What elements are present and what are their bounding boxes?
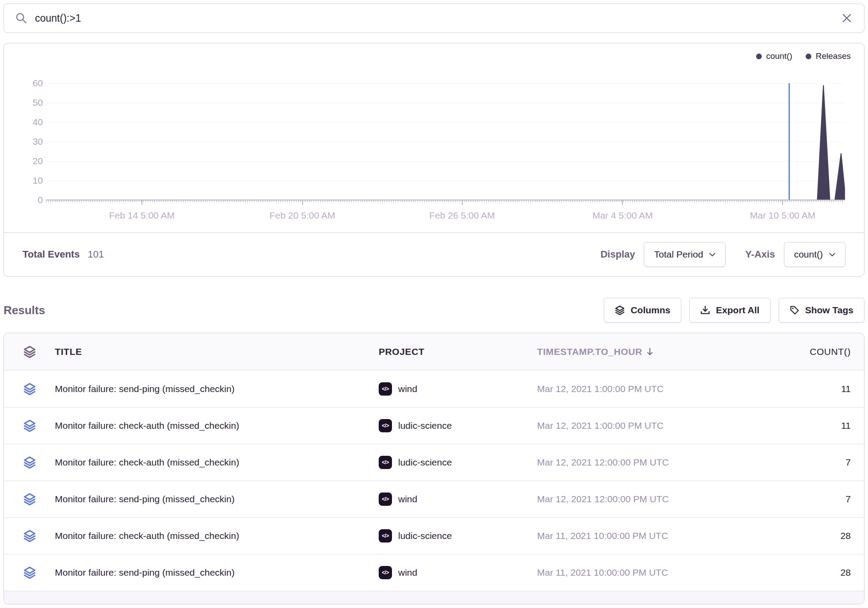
layers-icon	[23, 566, 36, 579]
project-name: wind	[398, 494, 417, 504]
layers-icon	[23, 530, 36, 542]
row-stack-cell[interactable]	[4, 383, 55, 395]
timestamp-cell: Mar 12, 2021 12:00:00 PM UTC	[537, 457, 749, 468]
x-axis-tick: Feb 20 5:00 AM	[269, 200, 335, 221]
x-axis-tick-mark	[142, 200, 142, 205]
chart-legend: count() Releases	[756, 51, 851, 61]
event-title[interactable]: Monitor failure: check-auth (missed_chec…	[55, 420, 379, 431]
row-stack-cell[interactable]	[4, 493, 55, 505]
table-row[interactable]: Monitor failure: send-ping (missed_check…	[4, 481, 864, 517]
x-axis-tick-mark	[622, 200, 623, 205]
layers-icon	[23, 346, 36, 358]
platform-code-icon: </>	[379, 493, 392, 506]
chart-footer: Total Events 101 Display Total Period Y-…	[4, 232, 864, 276]
row-stack-cell[interactable]	[4, 566, 55, 579]
table-row[interactable]: Monitor failure: send-ping (missed_check…	[4, 370, 864, 407]
header-timestamp[interactable]: TIMESTAMP.TO_HOUR	[537, 346, 749, 357]
yaxis-label: Y-Axis	[745, 249, 775, 260]
event-title[interactable]: Monitor failure: send-ping (missed_check…	[55, 494, 379, 504]
count-cell: 28	[749, 567, 864, 578]
table-row[interactable]: Monitor failure: check-auth (missed_chec…	[4, 444, 864, 481]
display-dropdown-value: Total Period	[654, 249, 703, 260]
count-cell: 7	[749, 494, 864, 504]
x-axis-tick-label: Feb 20 5:00 AM	[269, 210, 335, 221]
x-axis-tick-label: Mar 4 5:00 AM	[592, 210, 653, 221]
count-cell: 11	[749, 420, 864, 431]
display-dropdown[interactable]: Total Period	[644, 242, 726, 267]
platform-code-icon: </>	[379, 382, 392, 396]
event-title[interactable]: Monitor failure: send-ping (missed_check…	[55, 567, 379, 578]
export-all-button[interactable]: Export All	[689, 298, 770, 323]
close-icon[interactable]	[841, 12, 853, 24]
header-count[interactable]: COUNT()	[749, 346, 864, 357]
timestamp-cell: Mar 12, 2021 1:00:00 PM UTC	[537, 420, 749, 431]
project-cell[interactable]: </> ludic-science	[379, 456, 537, 469]
project-cell[interactable]: </> ludic-science	[379, 529, 537, 543]
event-title[interactable]: Monitor failure: check-auth (missed_chec…	[55, 457, 379, 468]
table-row[interactable]: Monitor failure: check-auth (missed_chec…	[4, 517, 864, 554]
x-axis-tick-label: Mar 10 5:00 AM	[750, 210, 815, 221]
table-row[interactable]: Monitor failure: send-ping (missed_check…	[4, 554, 864, 591]
project-name: wind	[398, 567, 417, 578]
row-stack-cell[interactable]	[4, 530, 55, 542]
legend-label: Releases	[816, 51, 851, 61]
event-title[interactable]: Monitor failure: check-auth (missed_chec…	[55, 531, 379, 541]
columns-button[interactable]: Columns	[604, 298, 681, 323]
search-icon	[15, 12, 27, 24]
total-events-value: 101	[88, 249, 104, 260]
y-axis-tick-label: 60	[16, 73, 43, 93]
chart-plot-area[interactable]: Feb 14 5:00 AM Feb 20 5:00 AM Feb 26 5:0…	[46, 83, 845, 200]
project-cell[interactable]: </> ludic-science	[379, 419, 537, 432]
show-tags-button[interactable]: Show Tags	[779, 298, 864, 323]
chart-x-axis: Feb 14 5:00 AM Feb 20 5:00 AM Feb 26 5:0…	[46, 200, 845, 231]
y-axis-tick-label: 10	[16, 171, 43, 190]
layers-icon	[615, 305, 625, 315]
count-series-area	[46, 83, 845, 200]
y-axis-tick-label: 40	[16, 112, 43, 132]
header-project[interactable]: PROJECT	[379, 346, 537, 357]
total-events-label: Total Events	[23, 249, 80, 260]
count-cell: 28	[749, 531, 864, 541]
sort-descending-icon	[646, 347, 654, 356]
timestamp-cell: Mar 12, 2021 12:00:00 PM UTC	[537, 494, 749, 504]
project-name: ludic-science	[398, 457, 452, 468]
project-name: ludic-science	[398, 531, 452, 541]
legend-dot-icon	[806, 54, 811, 59]
platform-code-icon: </>	[379, 419, 392, 432]
tag-icon	[790, 305, 799, 315]
row-stack-cell[interactable]	[4, 419, 55, 432]
platform-code-icon: </>	[379, 456, 392, 469]
chevron-down-icon	[829, 253, 835, 257]
legend-item[interactable]: Releases	[806, 51, 851, 61]
event-title[interactable]: Monitor failure: send-ping (missed_check…	[55, 384, 379, 394]
table-row[interactable]: Monitor failure: check-auth (missed_chec…	[4, 407, 864, 444]
x-axis-tick-mark	[461, 200, 462, 205]
y-axis-tick-label: 30	[16, 132, 43, 151]
project-cell[interactable]: </> wind	[379, 493, 537, 506]
header-title[interactable]: TITLE	[55, 346, 379, 357]
chevron-down-icon	[709, 253, 715, 257]
layers-icon	[23, 383, 36, 395]
count-cell: 11	[749, 384, 864, 394]
row-stack-cell[interactable]	[4, 456, 55, 469]
yaxis-dropdown-value: count()	[794, 249, 823, 260]
yaxis-dropdown[interactable]: count()	[784, 242, 845, 267]
timestamp-cell: Mar 12, 2021 1:00:00 PM UTC	[537, 384, 749, 394]
results-actions: Columns Export All Show Tags	[604, 298, 864, 323]
layers-icon	[23, 493, 36, 505]
count-cell: 7	[749, 457, 864, 468]
events-chart-panel: count() Releases 60 50 40 30 20 10 0	[4, 43, 864, 277]
x-axis-tick: Mar 10 5:00 AM	[750, 200, 815, 221]
legend-label: count()	[766, 51, 792, 61]
search-input[interactable]	[35, 12, 833, 24]
x-axis-tick-label: Feb 26 5:00 AM	[429, 210, 495, 221]
y-axis-tick-label: 50	[16, 93, 43, 112]
table-header-row: TITLE PROJECT TIMESTAMP.TO_HOUR COUNT()	[4, 333, 864, 370]
legend-item[interactable]: count()	[756, 51, 792, 61]
search-bar	[4, 4, 864, 33]
results-heading: Results	[4, 304, 45, 317]
project-cell[interactable]: </> wind	[379, 382, 537, 396]
project-cell[interactable]: </> wind	[379, 566, 537, 579]
table-body: Monitor failure: send-ping (missed_check…	[4, 370, 864, 591]
header-stack-column[interactable]	[4, 346, 55, 358]
